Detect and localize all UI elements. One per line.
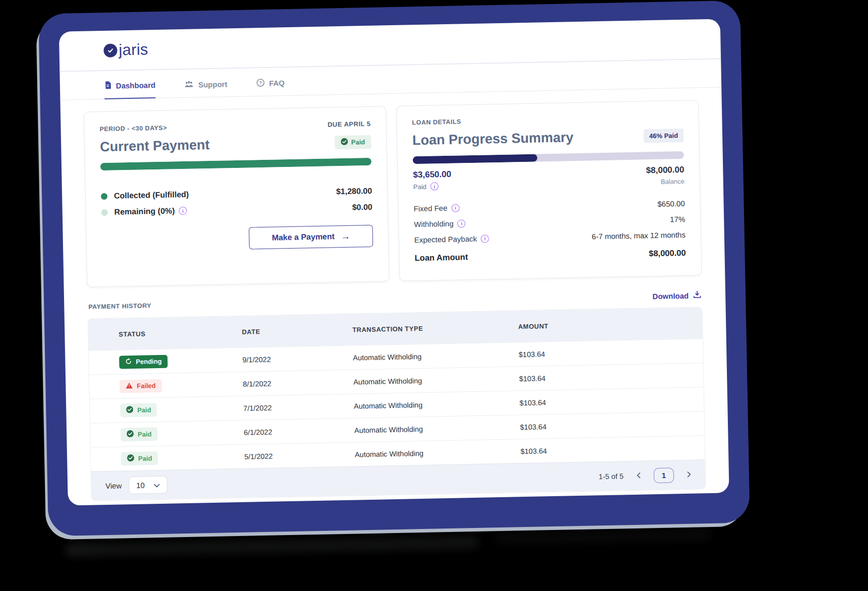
cell-transaction-type: Automatic Witholding bbox=[354, 399, 520, 410]
check-circle-icon bbox=[127, 430, 134, 439]
status-badge-paid: Paid bbox=[120, 427, 158, 441]
next-page-button[interactable] bbox=[687, 470, 691, 479]
payment-progress-bar bbox=[100, 158, 371, 170]
balance-label: Balance bbox=[646, 178, 685, 186]
info-icon[interactable]: i bbox=[451, 204, 459, 212]
col-date: DATE bbox=[242, 326, 352, 335]
paid-status-badge: Paid bbox=[334, 135, 371, 149]
check-circle-icon bbox=[126, 406, 133, 415]
prev-page-button[interactable] bbox=[637, 471, 641, 480]
chevron-right-icon bbox=[687, 470, 691, 479]
chevron-down-icon bbox=[154, 481, 160, 489]
cell-amount: $103.64 bbox=[519, 373, 617, 383]
cell-amount: $103.64 bbox=[520, 421, 618, 431]
current-payment-card: PERIOD - <30 DAYS> DUE APRIL 5 Current P… bbox=[84, 106, 390, 287]
tablet-frame: jaris Dashboard Support ? FAQ bbox=[38, 1, 750, 537]
cell-date: 7/1/2022 bbox=[243, 402, 354, 412]
balance-amount: $8,000.00 bbox=[646, 165, 685, 175]
loan-title: Loan Progress Summary bbox=[412, 130, 574, 148]
cell-transaction-type: Automatic Witholding bbox=[355, 447, 521, 458]
status-badge-paid: Paid bbox=[120, 403, 157, 417]
cell-transaction-type: Automatic Witholding bbox=[354, 423, 520, 434]
col-transaction-type: TRANSACTION TYPE bbox=[352, 323, 518, 333]
period-label: PERIOD - <30 DAYS> bbox=[99, 124, 167, 133]
paid-amount: $3,650.00 bbox=[413, 169, 451, 180]
col-status: STATUS bbox=[88, 328, 242, 338]
app-screen: jaris Dashboard Support ? FAQ bbox=[59, 19, 729, 505]
range-label: 1-5 of 5 bbox=[599, 472, 624, 481]
section-label: LOAN DETAILS bbox=[412, 118, 461, 126]
cell-amount: $103.64 bbox=[519, 348, 617, 359]
tab-label: FAQ bbox=[269, 79, 285, 88]
svg-text:?: ? bbox=[259, 80, 262, 85]
check-circle-icon bbox=[127, 454, 134, 463]
download-icon bbox=[693, 290, 701, 300]
cell-amount: $103.64 bbox=[520, 397, 618, 407]
refresh-icon bbox=[125, 358, 132, 366]
pale-green-dot-icon bbox=[101, 209, 108, 215]
balance-amount-block: $8,000.00 Balance bbox=[646, 165, 685, 186]
legend-label: Collected (Fulfilled) bbox=[114, 190, 189, 201]
people-icon bbox=[184, 80, 194, 89]
tab-dashboard[interactable]: Dashboard bbox=[104, 80, 156, 99]
cell-transaction-type: Automatic Witholding bbox=[353, 350, 519, 362]
loan-details-card: LOAN DETAILS Loan Progress Summary 46% P… bbox=[396, 100, 702, 281]
legend-item-collected: Collected (Fulfilled) $1,280.00 bbox=[101, 187, 372, 201]
tab-label: Dashboard bbox=[116, 81, 156, 90]
percent-paid-badge: 46% Paid bbox=[644, 129, 684, 143]
payments-table: STATUS DATE TRANSACTION TYPE AMOUNT Pend… bbox=[88, 307, 706, 501]
logo-check-icon bbox=[103, 43, 117, 57]
status-badge-pending: Pending bbox=[119, 354, 168, 369]
col-amount: AMOUNT bbox=[518, 321, 616, 330]
arrow-right-icon: → bbox=[341, 231, 350, 242]
info-icon[interactable]: i bbox=[179, 207, 187, 215]
card-title: Current Payment bbox=[100, 137, 210, 155]
dashboard-content: PERIOD - <30 DAYS> DUE APRIL 5 Current P… bbox=[60, 87, 729, 501]
tab-support[interactable]: Support bbox=[184, 79, 227, 97]
document-icon bbox=[104, 81, 111, 91]
warning-triangle-icon bbox=[126, 382, 133, 390]
progress-fill bbox=[100, 158, 371, 170]
progress-fill bbox=[413, 154, 538, 164]
tab-faq[interactable]: ? FAQ bbox=[257, 78, 285, 96]
check-circle-icon bbox=[341, 138, 348, 147]
page-number-box[interactable]: 1 bbox=[654, 467, 674, 483]
question-circle-icon: ? bbox=[257, 78, 265, 88]
legend-item-remaining: Remaining (0%) i $0.00 bbox=[101, 203, 373, 217]
cell-amount: $103.64 bbox=[520, 445, 618, 455]
tab-label: Support bbox=[198, 80, 227, 89]
page-size-select[interactable]: 10 bbox=[129, 476, 167, 494]
legend-label: Remaining (0%) bbox=[114, 206, 175, 216]
cell-date: 8/1/2022 bbox=[243, 378, 354, 388]
due-date-label: DUE APRIL 5 bbox=[328, 120, 371, 129]
status-badge-paid: Paid bbox=[121, 451, 158, 465]
brand-logo[interactable]: jaris bbox=[103, 40, 148, 60]
chevron-left-icon bbox=[637, 471, 641, 480]
loan-progress-bar bbox=[413, 151, 684, 164]
legend-value: $0.00 bbox=[352, 203, 372, 212]
cell-date: 6/1/2022 bbox=[244, 426, 355, 436]
status-badge-failed: Failed bbox=[119, 379, 162, 393]
info-icon[interactable]: i bbox=[430, 182, 439, 190]
make-payment-button[interactable]: Make a Payment → bbox=[249, 225, 373, 250]
cell-date: 5/1/2022 bbox=[244, 450, 355, 460]
shadow-reflection bbox=[66, 535, 479, 556]
paid-amount-block: $3,650.00 Paid i bbox=[413, 169, 451, 191]
green-dot-icon bbox=[101, 193, 107, 199]
cell-date: 9/1/2022 bbox=[242, 353, 353, 364]
shadow-reflection bbox=[494, 528, 711, 543]
logo-text: jaris bbox=[118, 40, 148, 59]
download-button[interactable]: Download bbox=[652, 290, 701, 301]
info-icon[interactable]: i bbox=[481, 234, 489, 243]
info-icon[interactable]: i bbox=[458, 219, 466, 227]
cell-transaction-type: Automatic Witholding bbox=[353, 375, 519, 386]
view-label: View bbox=[105, 481, 122, 490]
paid-label: Paid bbox=[413, 183, 426, 190]
legend-value: $1,280.00 bbox=[336, 187, 373, 196]
payment-history-label: PAYMENT HISTORY bbox=[88, 302, 151, 310]
